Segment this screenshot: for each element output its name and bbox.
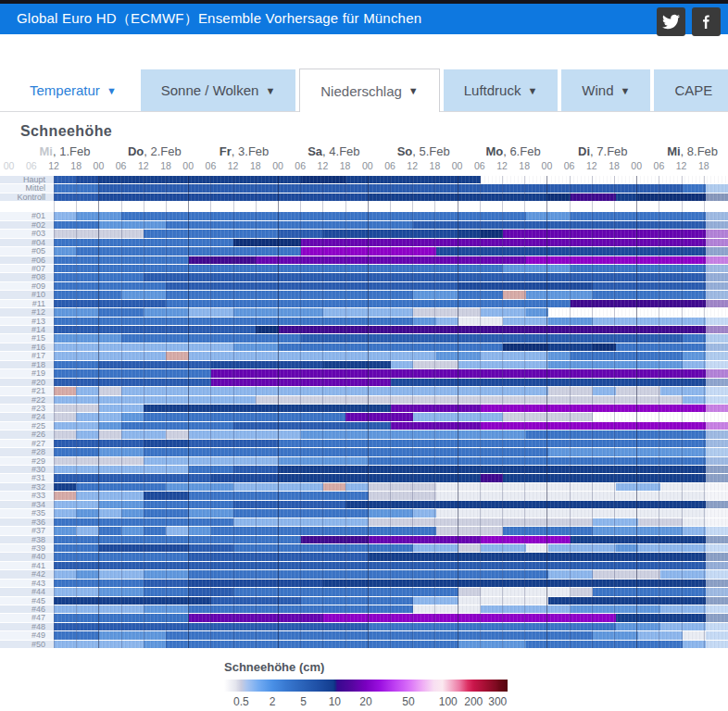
axis-day-label: Sa, 4.Feb bbox=[308, 144, 359, 158]
row-strip bbox=[54, 501, 728, 508]
row-strip bbox=[54, 176, 728, 183]
row-label: #48 bbox=[0, 623, 54, 630]
ensemble-row: #45 bbox=[0, 597, 728, 605]
row-label: #14 bbox=[0, 326, 54, 333]
axis-hour-tick: 00 bbox=[4, 160, 15, 171]
row-strip bbox=[54, 605, 728, 613]
axis-hour-tick: 06 bbox=[654, 160, 665, 171]
row-label: #19 bbox=[0, 369, 54, 377]
social-buttons bbox=[657, 7, 721, 36]
row-label: #03 bbox=[0, 230, 54, 237]
ensemble-row: #36 bbox=[0, 518, 728, 526]
axis-hour-tick: 12 bbox=[228, 160, 239, 171]
tab-wind[interactable]: Wind▼ bbox=[561, 69, 650, 111]
axis-hour-tick: 06 bbox=[295, 160, 306, 171]
legend-tick: 300 bbox=[488, 695, 507, 708]
row-label: #35 bbox=[0, 509, 54, 517]
legend-tick: 20 bbox=[359, 695, 371, 708]
row-strip bbox=[54, 239, 728, 246]
ensemble-row: #29 bbox=[0, 457, 728, 465]
row-label: #12 bbox=[0, 308, 54, 316]
axis-hour-tick: 18 bbox=[698, 160, 709, 171]
row-label: #31 bbox=[0, 474, 54, 481]
tab-niederschlag[interactable]: Niederschlag▼ bbox=[299, 69, 439, 112]
row-strip bbox=[54, 369, 728, 377]
row-strip bbox=[54, 300, 728, 307]
tab-luftdruck[interactable]: Luftdruck▼ bbox=[444, 69, 559, 111]
ensemble-row: #42 bbox=[0, 570, 728, 578]
row-label: #22 bbox=[0, 396, 54, 404]
facebook-icon[interactable] bbox=[692, 7, 721, 36]
row-strip bbox=[54, 474, 728, 481]
row-label: #33 bbox=[0, 492, 54, 499]
ensemble-row: #17 bbox=[0, 352, 728, 359]
axis-hour-tick: 00 bbox=[94, 160, 105, 171]
ensemble-row: #19 bbox=[0, 369, 728, 377]
row-label: #44 bbox=[0, 588, 54, 595]
row-strip bbox=[54, 256, 728, 264]
twitter-icon[interactable] bbox=[657, 7, 685, 36]
row-strip bbox=[54, 536, 728, 543]
row-label: Haupt bbox=[0, 176, 54, 183]
ensemble-row: #24 bbox=[0, 413, 728, 420]
row-label: #23 bbox=[0, 405, 54, 412]
ensemble-row: #27 bbox=[0, 440, 728, 447]
ensemble-row: #25 bbox=[0, 422, 728, 430]
ensemble-row: #08 bbox=[0, 273, 728, 281]
row-label: #06 bbox=[0, 256, 54, 264]
axis-hour-tick: 06 bbox=[206, 160, 217, 171]
tab-cape[interactable]: CAPE bbox=[654, 69, 728, 111]
row-strip bbox=[54, 430, 728, 438]
ensemble-row: #21 bbox=[0, 387, 728, 394]
row-label: #28 bbox=[0, 448, 54, 455]
row-strip bbox=[54, 614, 728, 621]
ensemble-row: #41 bbox=[0, 562, 728, 569]
tab-label: CAPE bbox=[674, 82, 712, 98]
axis-hour-tick: 12 bbox=[318, 160, 329, 171]
ensemble-row: #03 bbox=[0, 230, 728, 237]
row-strip bbox=[54, 570, 728, 578]
tab-label: Wind bbox=[582, 82, 613, 98]
axis-hour-tick: 12 bbox=[138, 160, 149, 171]
tab-bar: Temperatur▼Sonne / Wolken▼Niederschlag▼L… bbox=[0, 69, 728, 112]
axis-hour-tick: 12 bbox=[48, 160, 59, 171]
row-strip bbox=[54, 291, 728, 298]
axis-hour-tick: 18 bbox=[70, 160, 82, 171]
row-strip bbox=[54, 221, 728, 229]
row-label: #27 bbox=[0, 440, 54, 447]
row-strip bbox=[54, 562, 728, 569]
page-title: Global Euro HD（ECMWF）Ensemble Vorhersage… bbox=[0, 10, 421, 28]
row-label: #24 bbox=[0, 413, 54, 420]
row-label: #42 bbox=[0, 570, 54, 578]
section-title: Schneehöhe bbox=[20, 123, 728, 140]
ensemble-row: #07 bbox=[0, 265, 728, 272]
row-label: #37 bbox=[0, 527, 54, 534]
row-strip bbox=[54, 544, 728, 552]
row-strip bbox=[54, 422, 728, 430]
ensemble-row: #30 bbox=[0, 466, 728, 473]
axis-hour-tick: 06 bbox=[384, 160, 395, 171]
legend-tick: 0.5 bbox=[233, 695, 249, 708]
row-label: #39 bbox=[0, 544, 54, 552]
tab-temperatur[interactable]: Temperatur▼ bbox=[9, 69, 137, 111]
axis-hour-tick: 00 bbox=[272, 160, 283, 171]
row-label: #10 bbox=[0, 291, 54, 298]
ensemble-row: #20 bbox=[0, 379, 728, 386]
chevron-down-icon: ▼ bbox=[408, 85, 419, 96]
legend-tick: 50 bbox=[402, 695, 414, 708]
row-label: #32 bbox=[0, 483, 54, 491]
row-strip bbox=[54, 308, 728, 316]
row-strip bbox=[54, 230, 728, 237]
ensemble-row: #04 bbox=[0, 239, 728, 246]
tab-sonne-wolken[interactable]: Sonne / Wolken▼ bbox=[141, 69, 296, 111]
ensemble-row: #39 bbox=[0, 544, 728, 552]
axis-hour-tick: 18 bbox=[609, 160, 620, 171]
row-label: #46 bbox=[0, 605, 54, 613]
row-label: #38 bbox=[0, 536, 54, 543]
ensemble-row: #43 bbox=[0, 580, 728, 587]
axis-day-label: So, 5.Feb bbox=[397, 144, 450, 158]
axis-day-label: Di, 7.Feb bbox=[578, 144, 627, 158]
ensemble-row: #22 bbox=[0, 396, 728, 404]
ensemble-row: #33 bbox=[0, 492, 728, 499]
legend-title: Schneehöhe (cm) bbox=[224, 660, 508, 674]
